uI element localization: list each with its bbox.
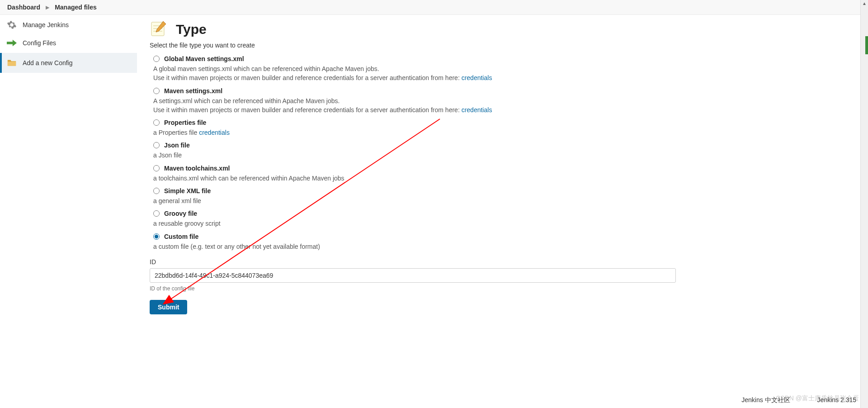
credentials-link[interactable]: credentials [199,129,230,136]
type-option-desc: a custom file (e.g. text or any other no… [153,242,676,251]
type-option-row: Global Maven settings.xml [153,55,676,62]
scroll-up-arrow-icon[interactable]: ▲ [861,0,868,7]
type-option-row: Groovy file [153,210,676,217]
type-radio[interactable] [153,188,160,194]
sidebar-item-add-config[interactable]: Add a new Config [0,53,137,73]
submit-button[interactable]: Submit [150,300,187,314]
type-option-label[interactable]: Properties file [164,119,206,126]
credentials-link[interactable]: credentials [462,106,492,114]
type-option-row: Custom file [153,233,676,240]
scrollbar[interactable]: ▲ [860,0,868,325]
page-title: Type [176,22,207,37]
type-option-label[interactable]: Global Maven settings.xml [164,55,244,62]
type-option-desc: a toolchains.xml which can be referenced… [153,174,676,183]
sidebar-item-label: Manage Jenkins [23,21,69,28]
type-option-label[interactable]: Groovy file [164,210,197,217]
type-option-label[interactable]: Simple XML file [164,187,211,195]
type-option-row: Maven settings.xml [153,87,676,95]
sidebar-item-config-files[interactable]: Config Files [0,33,137,53]
type-option-label[interactable]: Custom file [164,233,198,240]
gear-icon [6,19,17,30]
breadcrumb-dashboard[interactable]: Dashboard [7,4,40,11]
page-subtitle: Select the file type you want to create [150,42,676,49]
sidebar-item-manage-jenkins[interactable]: Manage Jenkins [0,17,137,33]
type-radio[interactable] [153,142,160,148]
type-option-desc: A settings.xml which can be referenced w… [153,96,676,115]
arrow-right-green-icon [6,38,17,48]
id-label: ID [150,258,676,266]
folder-icon [6,57,17,68]
type-option-desc: a reusable groovy script [153,219,676,228]
breadcrumb: Dashboard ▶ Managed files [0,0,868,15]
type-radio[interactable] [153,88,160,94]
type-radio[interactable] [153,119,160,126]
type-option-desc: A global maven settings.xml which can be… [153,64,676,83]
type-option-desc: a Properties file credentials [153,128,676,137]
type-option-row: Properties file [153,119,676,126]
type-radio[interactable] [153,165,160,171]
type-option-row: Json file [153,142,676,149]
scroll-marker [865,36,868,54]
type-radio[interactable] [153,56,160,62]
type-option-row: Simple XML file [153,187,676,195]
chevron-right-icon: ▶ [46,5,49,10]
id-input[interactable] [150,268,676,283]
type-option-label[interactable]: Maven toolchains.xml [164,165,230,172]
id-help-text: ID of the config file [150,285,676,292]
breadcrumb-managed-files[interactable]: Managed files [55,4,97,11]
type-option-label[interactable]: Json file [164,142,190,149]
sidebar: Manage Jenkins Config Files Add a new Co… [0,15,137,325]
type-option-row: Maven toolchains.xml [153,165,676,172]
type-radio[interactable] [153,233,160,240]
type-option-label[interactable]: Maven settings.xml [164,87,222,95]
credentials-link[interactable]: credentials [462,74,492,81]
type-radio[interactable] [153,210,160,217]
sidebar-item-label: Add a new Config [23,59,73,66]
type-option-desc: a general xml file [153,196,676,205]
notepad-icon [150,19,168,39]
main-content: Type Select the file type you want to cr… [137,15,689,325]
sidebar-item-label: Config Files [23,39,56,47]
type-option-desc: a Json file [153,151,676,160]
